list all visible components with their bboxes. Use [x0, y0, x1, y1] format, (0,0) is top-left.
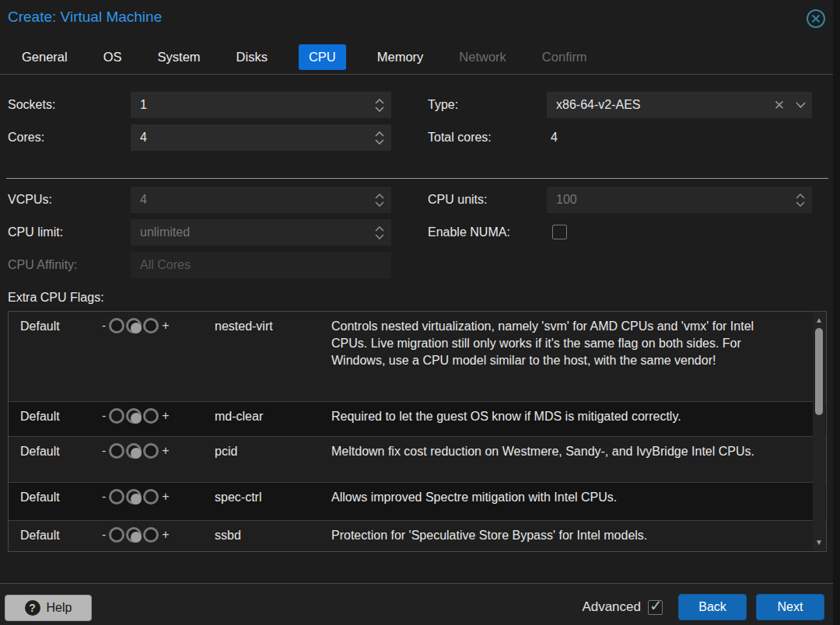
advanced-checkbox[interactable]: ✓	[648, 600, 663, 615]
slider-plus-label: +	[159, 319, 171, 333]
flag-state: Default	[20, 318, 98, 333]
slider-position-default[interactable]	[126, 318, 142, 333]
flag-row-spec-ctrl[interactable]: Default - + spec-ctrl Allows improved Sp…	[9, 483, 826, 521]
slider-position-default[interactable]	[126, 489, 142, 505]
flag-tristate-slider[interactable]: - +	[100, 443, 172, 459]
flag-name: pcid	[215, 443, 331, 459]
slider-position-off[interactable]	[109, 318, 124, 333]
flag-state: Default	[20, 527, 98, 543]
cpu-limit-input	[131, 219, 391, 246]
flag-state: Default	[20, 443, 98, 459]
total-cores-label: Total cores:	[428, 124, 492, 151]
slider-position-on[interactable]	[143, 318, 159, 333]
cpu-affinity-input	[131, 252, 391, 278]
scroll-down-icon[interactable]: ▼	[813, 536, 825, 549]
flag-name: spec-ctrl	[215, 489, 331, 505]
tab-network: Network	[454, 44, 511, 70]
flag-state: Default	[20, 408, 98, 424]
vcpus-field-box	[131, 187, 391, 213]
flag-row-ssbd[interactable]: Default - + ssbd Protection for 'Specula…	[9, 521, 826, 552]
tab-confirm: Confirm	[537, 44, 592, 70]
slider-position-off[interactable]	[109, 443, 124, 459]
slider-position-on[interactable]	[143, 489, 159, 505]
extra-cpu-flags-label: Extra CPU Flags:	[8, 291, 104, 305]
scrollbar-thumb[interactable]	[815, 328, 823, 415]
tab-system[interactable]: System	[153, 44, 205, 70]
cores-field-box	[131, 124, 391, 151]
flag-description: Controls nested virtualization, namely '…	[331, 318, 792, 369]
tab-general[interactable]: General	[17, 44, 72, 70]
slider-position-on[interactable]	[143, 527, 159, 543]
help-icon: ?	[25, 600, 40, 616]
grid-scrollbar[interactable]: ▲ ▼	[813, 312, 825, 550]
sockets-label: Sockets:	[8, 92, 55, 118]
flag-tristate-slider[interactable]: - +	[100, 527, 172, 543]
help-button-label: Help	[47, 601, 72, 615]
cpu-affinity-field-box	[131, 252, 391, 278]
cpu-limit-label: CPU limit:	[8, 219, 63, 246]
slider-position-off[interactable]	[109, 527, 124, 543]
cores-spinner[interactable]	[373, 127, 387, 148]
cpu-units-field-box	[547, 187, 812, 213]
enable-numa-label: Enable NUMA:	[428, 219, 510, 246]
flag-name: ssbd	[215, 527, 331, 543]
next-button[interactable]: Next	[756, 594, 824, 620]
slider-position-default[interactable]	[126, 527, 142, 543]
type-combo-input[interactable]	[547, 92, 812, 118]
page-edge	[833, 0, 840, 625]
cores-input[interactable]	[131, 124, 391, 151]
vcpus-label: VCPUs:	[8, 187, 52, 213]
sockets-input[interactable]	[131, 92, 391, 118]
slider-minus-label: -	[100, 444, 108, 458]
checkmark-icon: ✓	[649, 596, 663, 615]
cpu-flags-grid: Default - + nested-virt Controls nested …	[8, 311, 827, 552]
tab-disks[interactable]: Disks	[232, 44, 272, 70]
slider-position-off[interactable]	[109, 489, 124, 505]
slider-position-on[interactable]	[143, 408, 159, 424]
flag-description: Protection for 'Speculative Store Bypass…	[331, 527, 792, 544]
dialog-title: Create: Virtual Machine	[8, 9, 162, 26]
clear-icon[interactable]: ✕	[774, 99, 785, 112]
scroll-up-icon[interactable]: ▲	[813, 314, 825, 326]
slider-plus-label: +	[159, 409, 171, 423]
slider-minus-label: -	[100, 528, 108, 542]
enable-numa-checkbox[interactable]	[552, 225, 567, 239]
tab-os[interactable]: OS	[99, 44, 127, 70]
chevron-down-icon[interactable]	[796, 102, 806, 108]
cpu-limit-spinner	[373, 222, 387, 243]
close-icon[interactable]	[806, 9, 826, 29]
slider-plus-label: +	[159, 528, 171, 542]
flag-tristate-slider[interactable]: - +	[100, 318, 172, 333]
sockets-field-box	[131, 92, 391, 118]
slider-position-on[interactable]	[143, 443, 159, 459]
flag-row-pcid[interactable]: Default - + pcid Meltdown fix cost reduc…	[9, 437, 826, 483]
dialog-footer: ? Help Advanced ✓ Back Next	[0, 583, 840, 625]
slider-plus-label: +	[159, 444, 171, 458]
flag-name: nested-virt	[215, 318, 331, 333]
cpu-units-spinner	[793, 189, 807, 211]
slider-minus-label: -	[100, 490, 108, 504]
slider-position-off[interactable]	[109, 408, 124, 424]
dialog-titlebar: Create: Virtual Machine	[0, 0, 840, 37]
back-button[interactable]: Back	[678, 594, 747, 620]
vcpus-input	[131, 187, 391, 213]
slider-plus-label: +	[159, 490, 171, 504]
flag-description: Allows improved Spectre mitigation with …	[331, 489, 792, 506]
tab-cpu[interactable]: CPU	[299, 44, 346, 70]
total-cores-value: 4	[551, 124, 558, 151]
help-button[interactable]: ? Help	[5, 595, 92, 621]
flag-row-md-clear[interactable]: Default - + md-clear Required to let the…	[9, 402, 826, 437]
type-label: Type:	[428, 92, 458, 118]
sockets-spinner[interactable]	[373, 94, 387, 116]
cpu-units-input	[547, 187, 812, 213]
slider-minus-label: -	[100, 319, 108, 333]
flag-tristate-slider[interactable]: - +	[100, 489, 172, 505]
flag-row-nested-virt[interactable]: Default - + nested-virt Controls nested …	[9, 312, 826, 402]
flag-tristate-slider[interactable]: - +	[100, 408, 172, 424]
slider-position-default[interactable]	[126, 443, 142, 459]
slider-position-default[interactable]	[126, 408, 142, 424]
vcpus-spinner	[373, 189, 387, 211]
tab-memory[interactable]: Memory	[373, 44, 429, 70]
slider-minus-label: -	[100, 409, 108, 423]
flag-description: Required to let the guest OS know if MDS…	[331, 408, 792, 425]
